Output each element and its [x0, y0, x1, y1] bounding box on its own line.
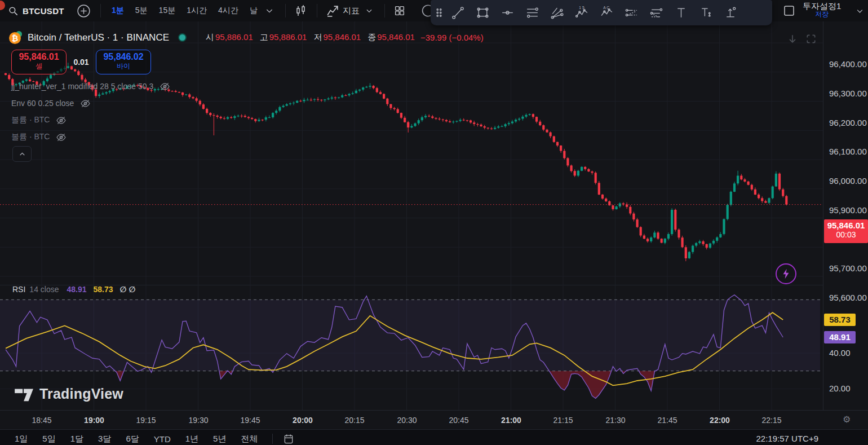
sell-price: 95,846.01	[12, 52, 66, 62]
tradingview-app: BTCUSDT 1분5분15분1시간4시간날 지표 1 5A C	[0, 0, 868, 445]
indicator-name[interactable]: 볼륨 · BTC	[11, 132, 50, 142]
layout-chevron-down-icon[interactable]	[856, 0, 864, 21]
timeframe-chevron-down-icon[interactable]	[265, 0, 274, 21]
text-tool-icon[interactable]	[668, 2, 693, 24]
trend-line-tool-icon[interactable]	[445, 2, 470, 24]
instant-order-lightning-icon[interactable]	[776, 263, 796, 284]
rsi-axis-label: 40.00	[829, 348, 851, 358]
range-1일[interactable]: 1일	[15, 434, 28, 444]
clock[interactable]: 22:19:57 UTC+9	[756, 434, 819, 443]
eye-off-icon[interactable]	[159, 81, 171, 92]
indicator-row[interactable]: 볼륨 · BTC	[11, 112, 171, 129]
price-change: −39.99 (−0.04%)	[420, 33, 484, 42]
price-axis-label: 95,700.00	[829, 263, 867, 273]
anchored-text-tool-icon[interactable]	[693, 2, 718, 24]
price-range-tool-icon[interactable]	[718, 2, 743, 24]
symbol-button[interactable]: BTCUSDT	[23, 0, 64, 21]
time-tick: 19:45	[240, 416, 260, 425]
sell-button[interactable]: 95,846.01 셀	[11, 50, 67, 74]
timeframe-1시간[interactable]: 1시간	[187, 6, 207, 16]
chart-style-candles-icon[interactable]	[294, 0, 308, 21]
price-axis-label: 96,400.00	[829, 59, 867, 69]
fan-lines-tool-icon[interactable]	[544, 2, 569, 24]
tradingview-logo-text: TradingView	[39, 386, 123, 402]
save-layout-square-icon[interactable]	[782, 0, 796, 21]
price-axis-label: 96,200.00	[829, 118, 867, 127]
collapse-legend-button[interactable]	[12, 146, 32, 162]
time-tick: 22:15	[761, 416, 781, 425]
buy-button[interactable]: 95,846.02 바이	[96, 50, 151, 74]
range-6달[interactable]: 6달	[126, 434, 139, 444]
eye-off-icon[interactable]	[55, 114, 67, 126]
buy-price: 95,846.02	[96, 52, 150, 62]
time-tick: 20:30	[397, 416, 417, 425]
indicators-button[interactable]: 지표	[343, 0, 360, 21]
save-label[interactable]: 저장	[803, 10, 841, 19]
long-position-tool-icon[interactable]	[619, 2, 644, 24]
range-5년[interactable]: 5년	[213, 434, 226, 444]
range-1달[interactable]: 1달	[70, 434, 83, 444]
indicator-name[interactable]: Env 60 0.25 close	[11, 99, 74, 108]
drag-handle-tool-icon[interactable]	[433, 2, 445, 24]
axis-settings-gear-icon[interactable]: ⚙	[843, 414, 851, 425]
time-tick: 21:15	[553, 416, 573, 425]
toolbar-separator	[384, 4, 385, 17]
range-3달[interactable]: 3달	[98, 434, 111, 444]
layout-name-button[interactable]: 투자설정1 저장	[803, 2, 841, 19]
indicator-row[interactable]: jj_hunter_ver_1 modified 28 5 close 50 3	[11, 78, 171, 95]
eye-off-icon[interactable]	[79, 98, 91, 109]
drawing-toolbar: 1 5A C	[431, 0, 772, 25]
short-position-tool-icon[interactable]	[644, 2, 668, 24]
indicators-icon[interactable]	[326, 0, 340, 21]
timeframe-5분[interactable]: 5분	[135, 6, 148, 16]
ohlc-label: 시	[206, 32, 214, 43]
top-toolbar: BTCUSDT 1분5분15분1시간4시간날 지표 1 5A C	[0, 0, 868, 21]
abc-pattern-tool-icon[interactable]: A C	[594, 2, 619, 24]
ohlc-values: 시95,886.01고95,886.01저95,846.01종95,846.01	[199, 32, 415, 43]
calendar-icon[interactable]	[283, 433, 294, 444]
timeframe-4시간[interactable]: 4시간	[218, 6, 238, 16]
timeframe-15분[interactable]: 15분	[159, 6, 176, 16]
price-scale[interactable]: 96,400.0096,300.0096,200.0096,100.0096,0…	[823, 21, 868, 429]
maximize-pane-icon[interactable]	[803, 32, 818, 46]
range-1년[interactable]: 1년	[185, 434, 198, 444]
elliott-wave-tool-icon[interactable]: 1 5	[569, 2, 594, 24]
bottom-separator	[272, 434, 273, 444]
time-tick: 21:30	[605, 416, 625, 425]
parallel-lines-tool-icon[interactable]	[520, 2, 544, 24]
rectangle-tool-icon[interactable]	[470, 2, 495, 24]
layout-grid-icon[interactable]	[393, 0, 406, 21]
indicator-row[interactable]: 볼륨 · BTC	[11, 129, 171, 146]
time-axis[interactable]: 18:4519:0019:1519:3019:4520:0020:1520:30…	[0, 410, 868, 430]
rsi-empty-values: ∅ ∅	[120, 285, 136, 294]
cross-line-tool-icon[interactable]	[495, 2, 520, 24]
sell-label: 셀	[12, 61, 66, 71]
buy-label: 바이	[96, 61, 150, 71]
symbol-title[interactable]: Bitcoin / TetherUS · 1 · BINANCE	[28, 32, 169, 43]
time-tick: 20:00	[293, 416, 313, 425]
timeframe-날[interactable]: 날	[250, 6, 258, 16]
toolbar-separator	[285, 4, 286, 17]
indicator-row[interactable]: Env 60 0.25 close	[11, 95, 171, 112]
price-axis-label: 95,600.00	[829, 293, 867, 302]
range-YTD[interactable]: YTD	[154, 434, 171, 444]
market-status-icon[interactable]	[178, 33, 187, 42]
order-panel: 95,846.01 셀 0.01 95,846.02 바이	[11, 50, 151, 74]
ohlc-value: 95,886.01	[215, 32, 253, 43]
time-tick: 21:00	[501, 416, 521, 425]
indicators-chevron-down-icon[interactable]	[365, 0, 373, 21]
eye-off-icon[interactable]	[55, 131, 67, 143]
rsi-name[interactable]: RSI	[12, 285, 25, 294]
indicator-name[interactable]: jj_hunter_ver_1 modified 28 5 close 50 3	[11, 82, 153, 91]
last-price-badge: 95,846.0100:03	[824, 219, 868, 243]
indicator-name[interactable]: 볼륨 · BTC	[11, 115, 50, 125]
time-tick: 18:45	[32, 416, 51, 425]
tradingview-logo[interactable]: TradingView	[15, 385, 123, 402]
scroll-to-recent-icon[interactable]	[785, 32, 800, 46]
range-5일[interactable]: 5일	[42, 434, 55, 444]
range-전체[interactable]: 전체	[241, 434, 258, 444]
add-symbol-icon[interactable]	[77, 0, 91, 21]
spread-value: 0.01	[67, 58, 96, 67]
search-icon[interactable]	[8, 0, 19, 21]
timeframe-1분[interactable]: 1분	[112, 6, 124, 16]
